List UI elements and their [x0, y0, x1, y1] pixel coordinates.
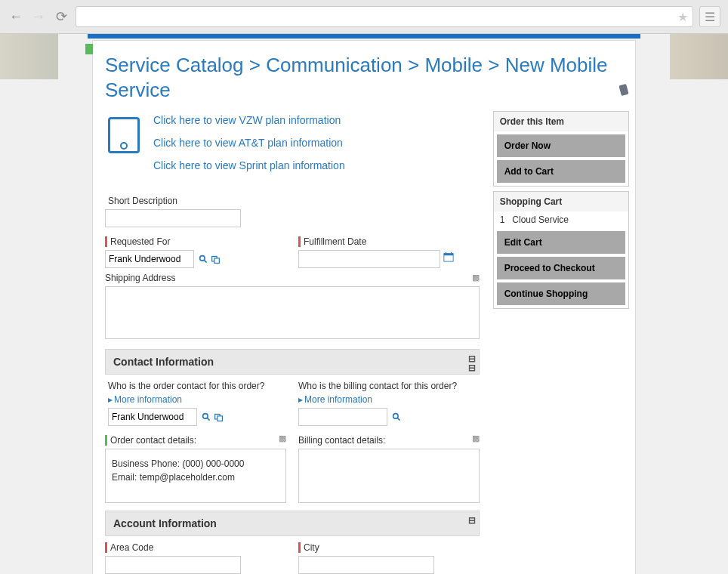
svg-point-12 [393, 414, 399, 419]
fulfillment-date-label: Fulfillment Date [298, 236, 480, 247]
section-collapse-icon[interactable]: ⊟ [468, 516, 476, 525]
svg-line-9 [207, 418, 209, 420]
proceed-checkout-button[interactable]: Proceed to Checkout [497, 257, 625, 279]
order-details-email: Email: temp@placeholder.com [112, 471, 279, 484]
att-plan-link[interactable]: Click here to view AT&T plan information [153, 137, 345, 149]
expand-textarea-icon[interactable]: ▩ [472, 434, 480, 443]
catalog-form-page: Service Catalog > Communication > Mobile… [92, 40, 636, 574]
calendar-icon[interactable] [443, 252, 454, 262]
breadcrumb[interactable]: Service Catalog > Communication > Mobile… [93, 50, 635, 111]
fulfillment-date-input[interactable] [298, 250, 440, 268]
browser-toolbar: ← → ⟳ ★ ☰ [0, 0, 728, 34]
bookmark-star-icon[interactable]: ★ [677, 10, 688, 24]
city-label: City [298, 542, 480, 553]
svg-line-13 [397, 418, 399, 420]
account-info-header: Account Information ⊟ [105, 511, 480, 536]
lookup-icon[interactable] [202, 412, 212, 423]
reference-icon[interactable] [211, 255, 221, 265]
reload-button[interactable]: ⟳ [53, 8, 69, 25]
edit-cart-button[interactable]: Edit Cart [497, 231, 625, 254]
url-bar[interactable]: ★ [76, 6, 693, 27]
area-code-label: Area Code [105, 542, 286, 553]
svg-line-1 [204, 260, 206, 262]
short-desc-label: Short Description [105, 196, 480, 206]
svg-point-8 [203, 414, 208, 419]
cart-qty: 1 [500, 214, 505, 225]
order-contact-question: Who is the order contact for this order? [108, 381, 286, 391]
shopping-cart-head: Shopping Cart [494, 192, 628, 211]
lookup-icon[interactable] [199, 255, 209, 265]
billing-contact-details-label: Billing contact details: [298, 435, 480, 446]
area-code-input[interactable] [105, 556, 241, 574]
short-desc-input[interactable] [105, 209, 241, 227]
order-contact-details-box: Business Phone: (000) 000-0000 Email: te… [105, 449, 286, 503]
cart-item-name: Cloud Service [512, 214, 569, 225]
svg-rect-5 [444, 254, 453, 256]
lookup-icon[interactable] [392, 412, 403, 423]
shopping-cart-card: Shopping Cart 1 Cloud Service Edit Cart … [493, 191, 629, 309]
vzw-plan-link[interactable]: Click here to view VZW plan information [153, 114, 345, 126]
shipping-address-textarea[interactable] [105, 286, 480, 339]
expand-textarea-icon[interactable]: ▩ [279, 434, 286, 443]
sprint-plan-link[interactable]: Click here to view Sprint plan informati… [153, 159, 345, 171]
billing-contact-input[interactable] [298, 408, 387, 426]
app-blue-bar [88, 34, 641, 39]
svg-point-0 [200, 256, 205, 261]
order-details-phone: Business Phone: (000) 000-0000 [112, 457, 279, 471]
continue-shopping-button[interactable]: Continue Shopping [497, 282, 625, 305]
order-contact-details-label: Order contact details: [105, 435, 286, 446]
forward-button[interactable]: → [30, 8, 47, 25]
requested-for-label: Requested For [105, 236, 286, 247]
shipping-address-label: Shipping Address [105, 273, 480, 283]
back-tab-icon[interactable] [85, 44, 93, 54]
city-input[interactable] [298, 556, 434, 574]
more-info-text: More information [114, 394, 182, 405]
cart-line-item: 1 Cloud Service [494, 211, 628, 228]
billing-more-info-link[interactable]: ▸More information [298, 394, 477, 405]
order-now-button[interactable]: Order Now [497, 134, 625, 157]
reference-icon[interactable] [214, 412, 224, 423]
requested-for-input[interactable] [105, 250, 194, 268]
hamburger-menu-button[interactable]: ☰ [699, 6, 720, 27]
order-contact-input[interactable] [108, 408, 197, 426]
billing-contact-details-box [298, 449, 480, 503]
contact-info-title: Contact Information [113, 356, 214, 368]
order-item-head: Order this Item [494, 112, 628, 131]
expand-textarea-icon[interactable]: ▩ [472, 273, 480, 282]
svg-rect-3 [214, 258, 220, 264]
contact-info-header: Contact Information ⊟⊟ [105, 349, 480, 375]
svg-rect-11 [217, 416, 223, 421]
tablet-icon [108, 117, 140, 153]
more-info-text: More information [304, 394, 372, 405]
account-info-title: Account Information [113, 517, 217, 529]
order-more-info-link[interactable]: ▸More information [108, 394, 286, 405]
billing-contact-question: Who is the billing contact for this orde… [298, 381, 477, 391]
section-collapse-icon[interactable]: ⊟⊟ [468, 354, 476, 372]
add-to-cart-button[interactable]: Add to Cart [497, 160, 625, 183]
back-button[interactable]: ← [8, 8, 24, 25]
order-item-card: Order this Item Order Now Add to Cart [493, 111, 629, 187]
